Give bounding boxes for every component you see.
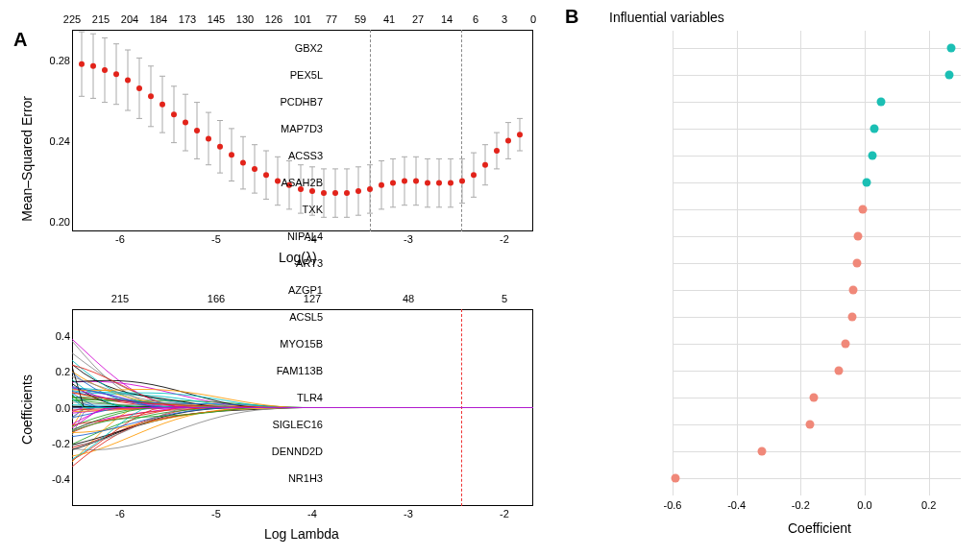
- gene-label: ART3: [227, 257, 323, 269]
- svg-point-155: [517, 132, 523, 137]
- coef-dot: [852, 259, 861, 268]
- svg-point-151: [471, 172, 477, 178]
- xlabel-log-lambda-bottom: Log Lambda: [264, 526, 339, 542]
- svg-point-119: [102, 67, 108, 73]
- svg-point-124: [159, 102, 165, 108]
- svg-point-129: [217, 144, 223, 150]
- coef-dot: [849, 286, 858, 295]
- svg-point-137: [309, 188, 315, 194]
- gene-label: GBX2: [227, 42, 323, 54]
- svg-point-147: [425, 181, 430, 186]
- gene-label: MYO15B: [227, 338, 323, 350]
- coef-dot: [947, 44, 956, 53]
- svg-point-126: [183, 120, 188, 126]
- svg-point-141: [355, 188, 361, 194]
- gene-label: TLR4: [227, 392, 323, 403]
- svg-point-122: [136, 85, 142, 91]
- coef-dot: [869, 152, 877, 160]
- gene-label: AZGP1: [227, 284, 323, 296]
- svg-point-118: [90, 63, 96, 69]
- coef-dot: [809, 394, 818, 402]
- gene-label: SIGLEC16: [227, 419, 323, 430]
- svg-point-143: [379, 182, 384, 188]
- svg-point-132: [252, 166, 257, 172]
- coef-dot: [862, 179, 870, 187]
- gene-label: DENND2D: [227, 446, 323, 457]
- svg-point-144: [390, 181, 396, 186]
- gene-label: PCDHB7: [227, 96, 323, 108]
- svg-point-138: [321, 190, 327, 196]
- svg-point-153: [494, 148, 500, 154]
- gene-label: PEX5L: [227, 69, 323, 81]
- coef-dot: [758, 447, 767, 456]
- svg-point-145: [402, 179, 407, 184]
- coef-dot: [806, 421, 815, 429]
- svg-point-120: [113, 71, 119, 77]
- coef-dot: [945, 71, 954, 80]
- svg-point-140: [344, 190, 350, 196]
- svg-point-148: [436, 181, 442, 186]
- gene-label: NR1H3: [227, 472, 323, 484]
- panel-b-title: Influential variables: [609, 10, 724, 25]
- coef-dot: [854, 232, 863, 241]
- svg-point-139: [332, 190, 338, 196]
- svg-point-149: [448, 181, 453, 186]
- gene-label: MAP7D3: [227, 123, 323, 134]
- svg-point-150: [459, 179, 465, 184]
- coef-dot: [842, 340, 850, 349]
- coef-dot: [859, 205, 868, 214]
- svg-point-146: [413, 179, 419, 184]
- svg-point-127: [194, 128, 200, 133]
- coef-dot: [672, 474, 680, 483]
- svg-point-123: [148, 93, 154, 99]
- svg-point-125: [171, 111, 177, 117]
- svg-point-117: [79, 61, 85, 67]
- gene-label: FAM113B: [227, 365, 323, 376]
- coef-dot: [870, 125, 879, 133]
- ylabel-coefficients: Coefficients: [19, 374, 35, 445]
- svg-point-121: [125, 78, 131, 84]
- gene-label: ACSS3: [227, 150, 323, 161]
- gene-label: TXK: [227, 204, 323, 215]
- svg-point-154: [505, 138, 511, 144]
- svg-point-142: [367, 186, 373, 192]
- coef-dot: [876, 98, 885, 107]
- panel-letter-b: B: [565, 6, 578, 28]
- coef-dot: [847, 313, 856, 322]
- gene-label: ASAH2B: [227, 177, 323, 188]
- ylabel-mse: Mean–Squared Error: [19, 96, 35, 222]
- gene-label: NIPAL4: [227, 230, 323, 242]
- svg-point-152: [482, 162, 488, 168]
- xlabel-coefficient: Coefficient: [788, 520, 851, 536]
- panel-letter-a: A: [13, 29, 27, 51]
- gene-label: ACSL5: [227, 311, 323, 323]
- svg-point-128: [206, 135, 211, 141]
- coef-dot: [835, 367, 844, 375]
